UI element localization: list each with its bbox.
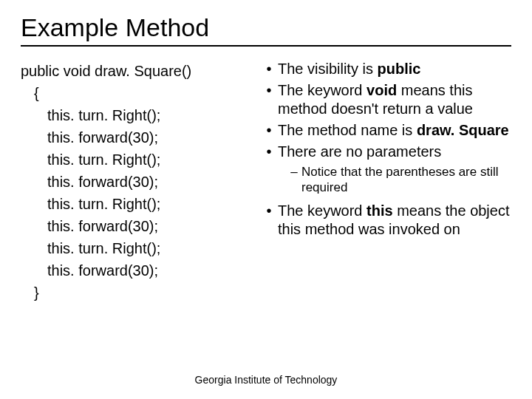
dash-icon: – <box>287 164 301 196</box>
code-line: this. forward(30); <box>21 126 242 149</box>
bullet-bold: draw. Square <box>417 122 509 138</box>
bullet-dot-icon: • <box>260 143 278 161</box>
code-line: this. turn. Right(); <box>21 237 242 259</box>
footer-text: Georgia Institute of Technology <box>0 374 532 386</box>
bullet-dot-icon: • <box>260 202 278 239</box>
code-line: } <box>21 282 242 304</box>
bullet-text: There are no parameters <box>278 143 511 161</box>
title-underline <box>21 45 511 47</box>
code-line: this. forward(30); <box>21 215 242 237</box>
bullet-dot-icon: • <box>260 81 278 118</box>
code-line: { <box>21 82 242 104</box>
bullet-item: • The method name is draw. Square <box>260 121 511 140</box>
code-line: this. forward(30); <box>21 171 242 193</box>
code-line: this. forward(30); <box>21 259 242 282</box>
bullet-text: The keyword <box>278 202 366 219</box>
bullet-item: • The keyword this means the object this… <box>260 202 511 239</box>
content-area: public void draw. Square() { this. turn.… <box>21 60 511 304</box>
sub-bullet-item: – Notice that the parentheses are still … <box>287 164 511 196</box>
code-line: this. turn. Right(); <box>21 104 242 126</box>
bullet-item: • The visibility is public <box>260 60 511 78</box>
bullet-item: • The keyword void means this method doe… <box>260 81 511 118</box>
slide-title: Example Method <box>21 13 511 42</box>
bullet-text: The visibility is <box>278 61 377 77</box>
bullet-item: • There are no parameters <box>260 143 511 161</box>
code-line: this. turn. Right(); <box>21 193 242 215</box>
code-line: this. turn. Right(); <box>21 149 242 171</box>
sub-bullet-text: Notice that the parentheses are still re… <box>301 164 511 196</box>
bullet-bold: void <box>366 82 397 98</box>
code-line: public void draw. Square() <box>21 60 242 82</box>
bullet-text: The keyword <box>278 82 366 98</box>
code-block: public void draw. Square() { this. turn.… <box>21 60 242 304</box>
bullet-bold: public <box>377 61 420 77</box>
bullet-dot-icon: • <box>260 121 278 140</box>
bullet-bold: this <box>366 202 393 219</box>
bullet-dot-icon: • <box>260 60 278 78</box>
bullet-text: The method name is <box>278 122 417 138</box>
bullet-list: • The visibility is public • The keyword… <box>260 60 511 304</box>
